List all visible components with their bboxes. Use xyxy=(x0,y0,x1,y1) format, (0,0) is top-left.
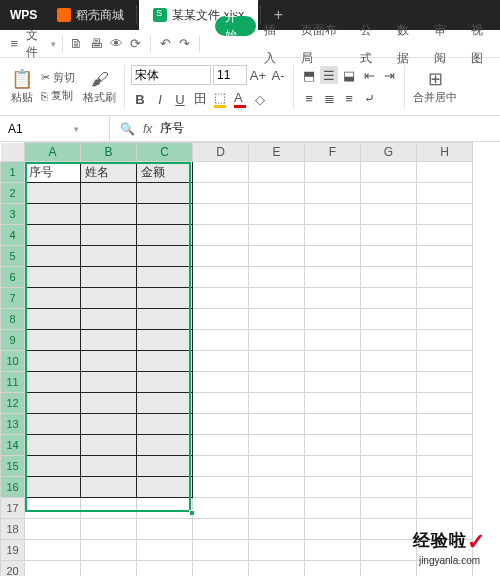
align-top-icon[interactable]: ⬒ xyxy=(300,66,318,84)
cell-D1[interactable] xyxy=(193,162,249,183)
print-icon[interactable]: 🖶 xyxy=(88,35,105,53)
cell-E15[interactable] xyxy=(249,456,305,477)
cell-E19[interactable] xyxy=(249,540,305,561)
formula-value[interactable]: 序号 xyxy=(160,120,184,137)
increase-font-icon[interactable]: A+ xyxy=(249,66,267,84)
cell-G6[interactable] xyxy=(361,267,417,288)
cell-C17[interactable] xyxy=(137,498,193,519)
cell-F17[interactable] xyxy=(305,498,361,519)
cell-D20[interactable] xyxy=(193,561,249,577)
col-header-H[interactable]: H xyxy=(417,143,473,162)
cell-C3[interactable] xyxy=(137,204,193,225)
tab-start[interactable]: 开始 xyxy=(215,16,256,36)
cell-A17[interactable] xyxy=(25,498,81,519)
row-header-16[interactable]: 16 xyxy=(1,477,25,498)
cell-C6[interactable] xyxy=(137,267,193,288)
cell-D14[interactable] xyxy=(193,435,249,456)
cell-F20[interactable] xyxy=(305,561,361,577)
cell-A11[interactable] xyxy=(25,372,81,393)
cell-D2[interactable] xyxy=(193,183,249,204)
tab-insert[interactable]: 插入 xyxy=(256,16,293,72)
italic-button[interactable]: I xyxy=(151,90,169,108)
cell-A16[interactable] xyxy=(25,477,81,498)
cell-E17[interactable] xyxy=(249,498,305,519)
cell-B11[interactable] xyxy=(81,372,137,393)
cell-D13[interactable] xyxy=(193,414,249,435)
cell-C8[interactable] xyxy=(137,309,193,330)
cell-B3[interactable] xyxy=(81,204,137,225)
cell-E7[interactable] xyxy=(249,288,305,309)
cell-F7[interactable] xyxy=(305,288,361,309)
row-header-18[interactable]: 18 xyxy=(1,519,25,540)
cell-H12[interactable] xyxy=(417,393,473,414)
font-color-button[interactable]: A xyxy=(231,90,249,108)
cell-F9[interactable] xyxy=(305,330,361,351)
align-left-icon[interactable]: ≡ xyxy=(300,89,318,107)
cell-G19[interactable] xyxy=(361,540,417,561)
cell-A19[interactable] xyxy=(25,540,81,561)
cell-B1[interactable]: 姓名 xyxy=(81,162,137,183)
font-size-select[interactable] xyxy=(213,65,247,85)
cell-B19[interactable] xyxy=(81,540,137,561)
cell-E4[interactable] xyxy=(249,225,305,246)
cell-D17[interactable] xyxy=(193,498,249,519)
cell-B9[interactable] xyxy=(81,330,137,351)
cell-E16[interactable] xyxy=(249,477,305,498)
cell-A6[interactable] xyxy=(25,267,81,288)
print-preview-icon[interactable]: 👁 xyxy=(108,35,125,53)
cell-F11[interactable] xyxy=(305,372,361,393)
cell-C11[interactable] xyxy=(137,372,193,393)
cell-C18[interactable] xyxy=(137,519,193,540)
bold-button[interactable]: B xyxy=(131,90,149,108)
cell-H13[interactable] xyxy=(417,414,473,435)
cell-D19[interactable] xyxy=(193,540,249,561)
cell-D9[interactable] xyxy=(193,330,249,351)
cell-D12[interactable] xyxy=(193,393,249,414)
cell-C12[interactable] xyxy=(137,393,193,414)
cell-A13[interactable] xyxy=(25,414,81,435)
fill-handle[interactable] xyxy=(189,510,195,516)
cell-G11[interactable] xyxy=(361,372,417,393)
cell-D16[interactable] xyxy=(193,477,249,498)
cell-B20[interactable] xyxy=(81,561,137,577)
cell-G20[interactable] xyxy=(361,561,417,577)
cell-B4[interactable] xyxy=(81,225,137,246)
cell-H10[interactable] xyxy=(417,351,473,372)
row-header-10[interactable]: 10 xyxy=(1,351,25,372)
chevron-down-icon[interactable]: ▾ xyxy=(74,124,79,134)
cell-H3[interactable] xyxy=(417,204,473,225)
cell-B8[interactable] xyxy=(81,309,137,330)
cell-F18[interactable] xyxy=(305,519,361,540)
tab-view[interactable]: 视图 xyxy=(463,16,500,72)
cell-F8[interactable] xyxy=(305,309,361,330)
cell-C7[interactable] xyxy=(137,288,193,309)
cell-H1[interactable] xyxy=(417,162,473,183)
row-header-17[interactable]: 17 xyxy=(1,498,25,519)
cell-G1[interactable] xyxy=(361,162,417,183)
cell-C2[interactable] xyxy=(137,183,193,204)
cell-D5[interactable] xyxy=(193,246,249,267)
cell-G18[interactable] xyxy=(361,519,417,540)
cell-D18[interactable] xyxy=(193,519,249,540)
row-header-11[interactable]: 11 xyxy=(1,372,25,393)
cell-C20[interactable] xyxy=(137,561,193,577)
cell-F15[interactable] xyxy=(305,456,361,477)
cell-D10[interactable] xyxy=(193,351,249,372)
cell-F2[interactable] xyxy=(305,183,361,204)
cell-reference-input[interactable] xyxy=(8,122,68,136)
cell-F16[interactable] xyxy=(305,477,361,498)
font-name-select[interactable] xyxy=(131,65,211,85)
underline-button[interactable]: U xyxy=(171,90,189,108)
cell-D11[interactable] xyxy=(193,372,249,393)
refresh-icon[interactable]: ⟳ xyxy=(127,35,144,53)
cell-H17[interactable] xyxy=(417,498,473,519)
cell-F4[interactable] xyxy=(305,225,361,246)
format-brush-group[interactable]: 🖌 格式刷 xyxy=(78,58,121,115)
copy-button[interactable]: ⎘ 复制 xyxy=(41,88,75,103)
cell-A15[interactable] xyxy=(25,456,81,477)
merge-center-group[interactable]: ⊞ 合并居中 xyxy=(408,58,462,115)
cell-G3[interactable] xyxy=(361,204,417,225)
cell-G12[interactable] xyxy=(361,393,417,414)
cell-A14[interactable] xyxy=(25,435,81,456)
cell-H15[interactable] xyxy=(417,456,473,477)
